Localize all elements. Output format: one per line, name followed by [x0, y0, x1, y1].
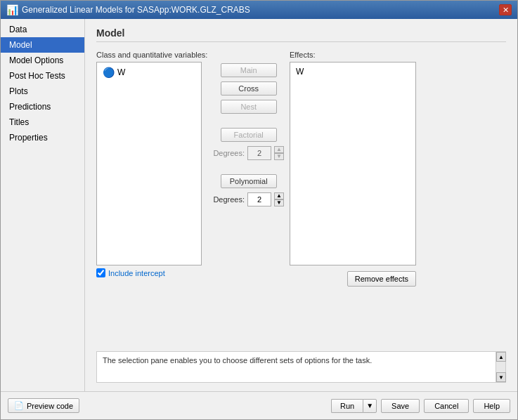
scroll-track [496, 362, 505, 372]
include-intercept-checkbox[interactable] [96, 268, 105, 277]
variables-panel: Class and quantitative variables: 🔵 W In… [96, 51, 207, 346]
effects-label: Effects: [290, 51, 416, 59]
run-group: Run ▼ [331, 399, 377, 413]
polynomial-button[interactable]: Polynomial [221, 174, 277, 188]
factorial-degrees-spinners: ▲ ▼ [274, 146, 284, 160]
sidebar: Data Model Model Options Post Hoc Tests … [1, 19, 85, 391]
info-text: The selection pane enables you to choose… [103, 356, 372, 365]
effect-list-item: W [293, 65, 413, 78]
include-intercept-row: Include intercept [96, 268, 207, 277]
titlebar: 📊 Generalized Linear Models for SASApp:W… [1, 1, 517, 19]
sidebar-item-plots[interactable]: Plots [1, 84, 84, 99]
sidebar-item-post-hoc-tests[interactable]: Post Hoc Tests [1, 68, 84, 84]
sidebar-item-properties[interactable]: Properties [1, 130, 84, 145]
run-dropdown-button[interactable]: ▼ [363, 399, 377, 413]
factorial-degrees-label: Degrees: [213, 149, 245, 157]
variables-label: Class and quantitative variables: [96, 51, 207, 59]
polynomial-degrees-up[interactable]: ▲ [274, 192, 284, 199]
variable-icon: 🔵 [103, 67, 115, 78]
preview-code-button[interactable]: 📄 Preview code [8, 398, 79, 413]
content-area: Data Model Model Options Post Hoc Tests … [1, 19, 517, 391]
model-body: Class and quantitative variables: 🔵 W In… [96, 51, 506, 346]
polynomial-degrees-label: Degrees: [213, 195, 245, 204]
app-icon: 📊 [6, 4, 18, 15]
footer-right: Run ▼ Save Cancel Help [331, 399, 510, 413]
cross-button[interactable]: Cross [221, 81, 277, 96]
factorial-button[interactable]: Factorial [221, 128, 277, 142]
main-window: 📊 Generalized Linear Models for SASApp:W… [0, 0, 518, 420]
factorial-degrees-input[interactable] [247, 146, 271, 160]
remove-effects-button[interactable]: Remove effects [347, 271, 416, 287]
scroll-down-button[interactable]: ▼ [496, 372, 506, 382]
variables-listbox[interactable]: 🔵 W [96, 62, 202, 265]
titlebar-left: 📊 Generalized Linear Models for SASApp:W… [6, 4, 250, 15]
save-button[interactable]: Save [381, 399, 420, 413]
polynomial-degrees-input[interactable] [247, 192, 271, 206]
main-panel: Model Class and quantitative variables: … [85, 19, 517, 391]
effects-listbox[interactable]: W [290, 62, 416, 265]
effects-panel: Effects: W Remove effects [290, 51, 416, 346]
main-button[interactable]: Main [221, 63, 277, 77]
info-box: The selection pane enables you to choose… [96, 351, 506, 383]
scroll-up-button[interactable]: ▲ [496, 352, 506, 362]
sidebar-item-model[interactable]: Model [1, 37, 84, 53]
factorial-degrees-row: Degrees: ▲ ▼ [213, 146, 284, 160]
info-scrollbar: ▲ ▼ [496, 352, 505, 382]
close-button[interactable]: ✕ [499, 4, 512, 15]
sidebar-item-model-options[interactable]: Model Options [1, 53, 84, 68]
include-intercept-label: Include intercept [108, 269, 165, 277]
preview-code-label: Preview code [27, 402, 73, 410]
factorial-degrees-up[interactable]: ▲ [274, 146, 284, 153]
nest-button[interactable]: Nest [221, 100, 277, 114]
help-button[interactable]: Help [473, 399, 510, 413]
sidebar-item-titles[interactable]: Titles [1, 114, 84, 130]
section-title: Model [96, 27, 506, 42]
window-title: Generalized Linear Models for SASApp:WOR… [22, 5, 250, 15]
polynomial-degrees-down[interactable]: ▼ [274, 199, 284, 206]
sidebar-item-data[interactable]: Data [1, 22, 84, 37]
sidebar-item-predictions[interactable]: Predictions [1, 99, 84, 114]
factorial-degrees-down[interactable]: ▼ [274, 153, 284, 160]
polynomial-degrees-spinners: ▲ ▼ [274, 192, 284, 206]
preview-icon: 📄 [14, 401, 24, 410]
polynomial-degrees-row: Degrees: ▲ ▼ [213, 192, 284, 206]
variable-name: W [117, 67, 125, 77]
run-button[interactable]: Run [331, 399, 363, 413]
list-item: 🔵 W [100, 65, 198, 79]
effects-bottom: Remove effects [290, 271, 416, 287]
footer: 📄 Preview code Run ▼ Save Cancel Help [1, 391, 517, 419]
buttons-panel: Main Cross Nest Factorial Degrees: ▲ ▼ [213, 51, 284, 346]
effect-name: W [296, 67, 304, 77]
cancel-button[interactable]: Cancel [424, 399, 469, 413]
